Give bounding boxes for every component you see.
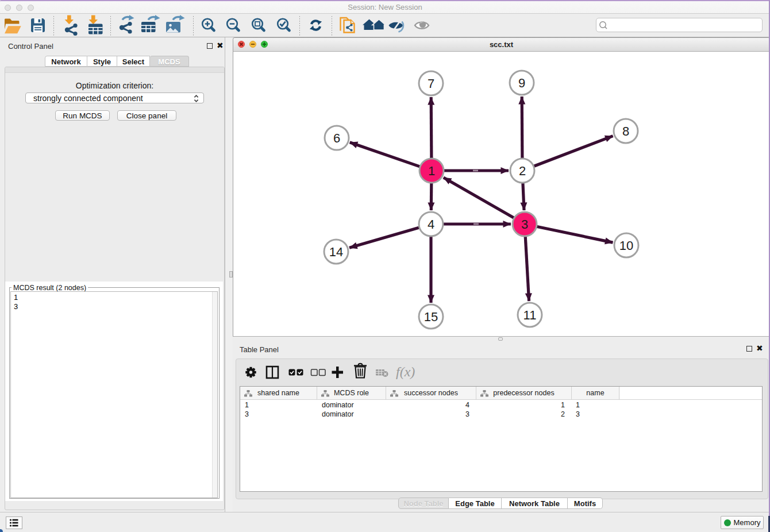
svg-text:15: 15 <box>424 310 438 324</box>
svg-text:9: 9 <box>518 76 525 90</box>
svg-text:8: 8 <box>622 124 629 138</box>
svg-text:7: 7 <box>428 76 434 91</box>
svg-text:2: 2 <box>519 164 526 178</box>
svg-text:3: 3 <box>521 217 528 232</box>
svg-text:f(x): f(x) <box>396 364 415 379</box>
svg-text:4: 4 <box>428 217 434 232</box>
svg-text:6: 6 <box>333 131 340 145</box>
svg-text:1: 1 <box>428 164 435 178</box>
svg-text:11: 11 <box>523 308 537 322</box>
svg-text:14: 14 <box>329 245 343 259</box>
svg-text:10: 10 <box>619 238 633 253</box>
